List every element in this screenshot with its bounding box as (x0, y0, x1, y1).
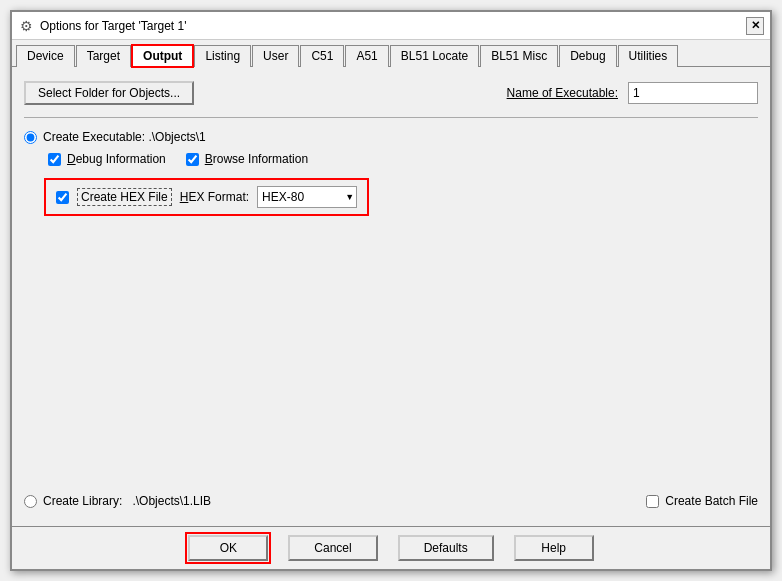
hex-file-section: Create HEX File HEX Format: HEX-80 HEX-3… (44, 178, 369, 216)
tab-bl51-locate[interactable]: BL51 Locate (390, 45, 479, 67)
create-hex-file-label: Create HEX File (77, 188, 172, 206)
tab-target[interactable]: Target (76, 45, 131, 67)
tab-c51[interactable]: C51 (300, 45, 344, 67)
row-folder-executable: Select Folder for Objects... Name of Exe… (24, 81, 758, 105)
tab-listing[interactable]: Listing (194, 45, 251, 67)
debug-information-checkbox[interactable] (48, 153, 61, 166)
name-of-executable-label: Name of Executable: (507, 86, 618, 100)
ok-button[interactable]: OK (188, 535, 268, 561)
help-button[interactable]: Help (514, 535, 594, 561)
browse-information-label: Browse Information (205, 152, 308, 166)
create-executable-label: Create Executable: .\Objects\1 (43, 130, 206, 144)
debug-information-label: Debug Information (67, 152, 166, 166)
footer: OK Cancel Defaults Help (12, 526, 770, 569)
create-library-label: Create Library: .\Objects\1.LIB (43, 494, 211, 508)
tab-utilities[interactable]: Utilities (618, 45, 679, 67)
window-title: Options for Target 'Target 1' (40, 19, 186, 33)
hex-format-select-wrapper: HEX-80 HEX-386 (257, 186, 357, 208)
hex-format-label: HEX Format: (180, 190, 249, 204)
main-window: ⚙ Options for Target 'Target 1' ✕ Device… (10, 10, 772, 571)
tab-bl51-misc[interactable]: BL51 Misc (480, 45, 558, 67)
hex-format-select[interactable]: HEX-80 HEX-386 (257, 186, 357, 208)
browse-info-row: Browse Information (186, 152, 308, 166)
tab-debug[interactable]: Debug (559, 45, 616, 67)
tab-a51[interactable]: A51 (345, 45, 388, 67)
create-library-radio[interactable] (24, 495, 37, 508)
library-radio-row: Create Library: .\Objects\1.LIB (24, 494, 211, 508)
tab-user[interactable]: User (252, 45, 299, 67)
create-batch-file-row: Create Batch File (646, 494, 758, 508)
tab-device[interactable]: Device (16, 45, 75, 67)
create-batch-file-label: Create Batch File (665, 494, 758, 508)
title-bar-left: ⚙ Options for Target 'Target 1' (18, 18, 186, 34)
create-executable-radio[interactable] (24, 131, 37, 144)
debug-info-row: Debug Information (48, 152, 166, 166)
create-library-row: Create Library: .\Objects\1.LIB Create B… (24, 494, 758, 508)
close-button[interactable]: ✕ (746, 17, 764, 35)
executable-name-input[interactable] (628, 82, 758, 104)
debug-browse-row: Debug Information Browse Information (48, 152, 758, 166)
tab-bar: Device Target Output Listing User C51 A5… (12, 40, 770, 67)
create-batch-file-checkbox[interactable] (646, 495, 659, 508)
separator-1 (24, 117, 758, 118)
create-hex-file-checkbox[interactable] (56, 191, 69, 204)
tab-output[interactable]: Output (132, 45, 193, 67)
browse-information-checkbox[interactable] (186, 153, 199, 166)
defaults-button[interactable]: Defaults (398, 535, 494, 561)
select-folder-button[interactable]: Select Folder for Objects... (24, 81, 194, 105)
title-bar: ⚙ Options for Target 'Target 1' ✕ (12, 12, 770, 40)
create-executable-row: Create Executable: .\Objects\1 (24, 130, 758, 144)
window-icon: ⚙ (18, 18, 34, 34)
content-area: Select Folder for Objects... Name of Exe… (12, 67, 770, 526)
cancel-button[interactable]: Cancel (288, 535, 377, 561)
